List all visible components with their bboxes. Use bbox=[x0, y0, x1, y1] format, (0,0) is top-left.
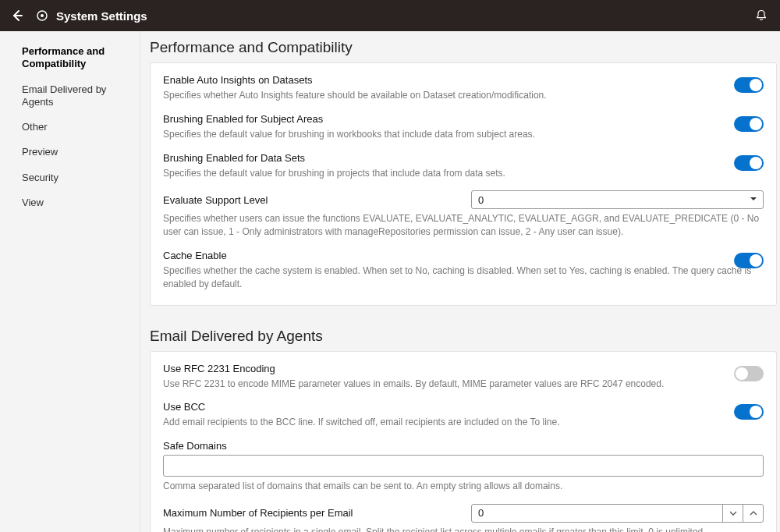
setting-cache-enable: Cache Enable Specifies whether the cache… bbox=[163, 250, 764, 291]
input-safe-domains[interactable] bbox=[163, 455, 764, 477]
app-header: System Settings bbox=[0, 0, 780, 31]
chevron-up-icon bbox=[750, 509, 757, 517]
sidebar-item-email[interactable]: Email Delivered by Agents bbox=[0, 77, 140, 115]
setting-label: Enable Auto Insights on Datasets bbox=[163, 74, 764, 86]
sidebar-item-preview[interactable]: Preview bbox=[0, 140, 140, 165]
setting-label: Maximum Number of Recipients per Email bbox=[163, 507, 471, 519]
toggle-brushing-data[interactable] bbox=[734, 155, 764, 171]
setting-label: Brushing Enabled for Data Sets bbox=[163, 152, 764, 164]
panel-email: Use RFC 2231 Encoding Use RFC 2231 to en… bbox=[150, 351, 777, 532]
setting-desc: Specifies whether users can issue the fu… bbox=[163, 212, 764, 239]
back-button[interactable] bbox=[9, 8, 25, 23]
setting-brushing-data: Brushing Enabled for Data Sets Specifies… bbox=[163, 152, 764, 191]
spinner-max-recipients[interactable]: 0 bbox=[471, 504, 764, 523]
panel-performance: Enable Auto Insights on Datasets Specifi… bbox=[150, 62, 777, 306]
setting-label: Use RFC 2231 Encoding bbox=[163, 363, 764, 374]
main-content: Performance and Compatibility Enable Aut… bbox=[140, 31, 780, 532]
sidebar-nav: Performance and Compatibility Email Deli… bbox=[0, 31, 140, 532]
toggle-brushing-subject[interactable] bbox=[734, 116, 764, 132]
setting-desc: Specifies whether the cache system is en… bbox=[163, 264, 764, 291]
setting-auto-insights: Enable Auto Insights on Datasets Specifi… bbox=[163, 74, 764, 113]
setting-use-bcc: Use BCC Add email recipients to the BCC … bbox=[163, 401, 764, 440]
setting-desc: Specifies whether Auto Insights feature … bbox=[163, 89, 764, 102]
setting-label: Evaluate Support Level bbox=[163, 194, 471, 206]
section-title-performance: Performance and Compatibility bbox=[150, 39, 777, 56]
notifications-button[interactable] bbox=[753, 8, 769, 23]
setting-desc: Specifies the default value for brushing… bbox=[163, 128, 764, 141]
setting-label: Brushing Enabled for Subject Areas bbox=[163, 113, 764, 125]
setting-desc: Comma separated list of domains that ema… bbox=[163, 480, 764, 493]
sidebar-item-view[interactable]: View bbox=[0, 190, 140, 215]
toggle-cache-enable[interactable] bbox=[734, 253, 764, 268]
setting-desc: Add email recipients to the BCC line. If… bbox=[163, 416, 764, 429]
setting-safe-domains: Safe Domains Comma separated list of dom… bbox=[163, 440, 764, 504]
spinner-up-button[interactable] bbox=[743, 505, 763, 522]
toggle-rfc-encoding[interactable] bbox=[734, 366, 764, 381]
setting-rfc-encoding: Use RFC 2231 Encoding Use RFC 2231 to en… bbox=[163, 363, 764, 402]
spinner-value: 0 bbox=[472, 507, 722, 519]
chevron-down-icon bbox=[749, 194, 758, 206]
setting-label: Cache Enable bbox=[163, 250, 764, 261]
bell-icon bbox=[755, 9, 768, 22]
sidebar-item-performance[interactable]: Performance and Compatibility bbox=[0, 39, 140, 77]
setting-max-recipients: Maximum Number of Recipients per Email 0… bbox=[163, 504, 764, 532]
sidebar-item-other[interactable]: Other bbox=[0, 115, 140, 140]
section-title-email: Email Delivered by Agents bbox=[150, 328, 777, 345]
toggle-auto-insights[interactable] bbox=[734, 77, 764, 93]
setting-desc: Specifies the default value for brushing… bbox=[163, 167, 764, 180]
setting-brushing-subject: Brushing Enabled for Subject Areas Speci… bbox=[163, 113, 764, 152]
setting-label: Use BCC bbox=[163, 401, 764, 413]
svg-point-2 bbox=[41, 14, 44, 17]
setting-desc: Use RFC 2231 to encode MIME parameter va… bbox=[163, 378, 764, 391]
page-title: System Settings bbox=[56, 9, 147, 23]
select-value: 0 bbox=[478, 194, 484, 206]
setting-evaluate-support: Evaluate Support Level 0 Specifies wheth… bbox=[163, 190, 764, 250]
chevron-down-icon bbox=[729, 509, 737, 517]
toggle-use-bcc[interactable] bbox=[734, 404, 764, 420]
setting-desc: Maximum number of recipients in a single… bbox=[163, 526, 764, 532]
sidebar-item-security[interactable]: Security bbox=[0, 165, 140, 190]
select-evaluate-level[interactable]: 0 bbox=[471, 190, 764, 209]
back-arrow-icon bbox=[11, 9, 23, 22]
gear-icon bbox=[34, 8, 50, 23]
setting-label: Safe Domains bbox=[163, 440, 764, 452]
spinner-down-button[interactable] bbox=[722, 505, 743, 522]
